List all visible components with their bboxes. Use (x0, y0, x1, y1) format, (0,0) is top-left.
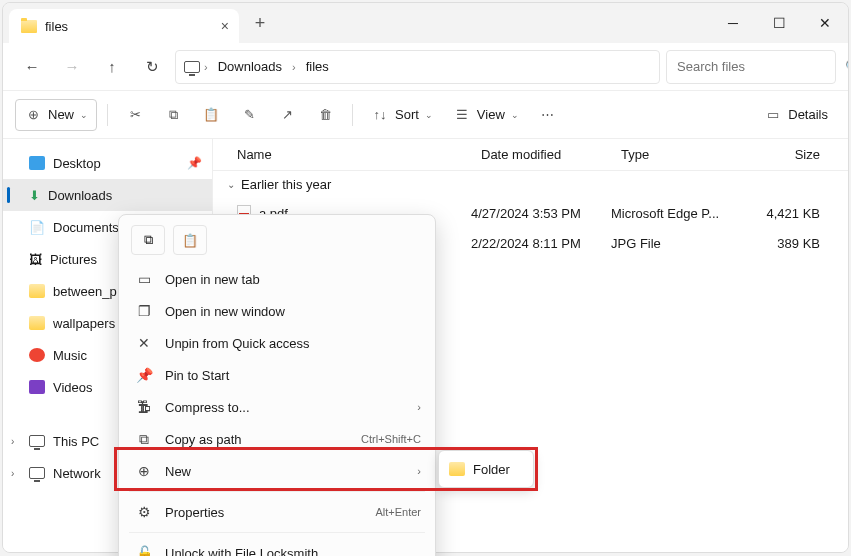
sidebar-label: Music (53, 348, 87, 363)
rename-button[interactable]: ✎ (232, 99, 266, 131)
chevron-right-icon: › (417, 465, 421, 477)
cut-icon: ✂ (126, 106, 144, 124)
chevron-right-icon[interactable]: › (11, 436, 14, 447)
sort-icon: ↑↓ (371, 106, 389, 124)
breadcrumb-downloads[interactable]: Downloads (212, 57, 288, 76)
chevron-right-icon: › (417, 401, 421, 413)
ctx-copy-as-path[interactable]: ⧉Copy as pathCtrl+Shift+C (119, 423, 435, 455)
view-label: View (477, 107, 505, 122)
ctx-properties[interactable]: ⚙PropertiesAlt+Enter (119, 496, 435, 528)
sidebar-label: Documents (53, 220, 119, 235)
ctx-label: Copy as path (165, 432, 242, 447)
tab-icon: ▭ (135, 271, 153, 287)
new-tab-button[interactable]: + (243, 13, 277, 34)
back-button[interactable]: ← (15, 50, 49, 84)
separator (129, 532, 425, 533)
details-icon: ▭ (764, 106, 782, 124)
unpin-icon: ✕ (135, 335, 153, 351)
copy-icon: ⧉ (144, 232, 153, 248)
chevron-right-icon[interactable]: › (11, 468, 14, 479)
ctx-label: Pin to Start (165, 368, 229, 383)
file-size: 389 KB (741, 236, 848, 251)
plus-circle-icon: ⊕ (135, 463, 153, 479)
ctx-pin-to-start[interactable]: 📌Pin to Start (119, 359, 435, 391)
copy-button[interactable]: ⧉ (156, 99, 190, 131)
view-icon: ☰ (453, 106, 471, 124)
sidebar-item-desktop[interactable]: Desktop📌 (3, 147, 212, 179)
chevron-down-icon: ⌄ (425, 110, 433, 120)
sidebar-label: Videos (53, 380, 93, 395)
search-input[interactable] (677, 59, 845, 74)
pin-icon: 📌 (187, 156, 202, 170)
minimize-button[interactable]: ─ (710, 3, 756, 43)
share-button[interactable]: ↗ (270, 99, 304, 131)
chevron-down-icon: ⌄ (227, 179, 235, 190)
breadcrumb[interactable]: › Downloads › files (175, 50, 660, 84)
chevron-down-icon: ⌄ (511, 110, 519, 120)
refresh-button[interactable]: ↻ (135, 50, 169, 84)
close-button[interactable]: ✕ (802, 3, 848, 43)
new-button[interactable]: ⊕ New ⌄ (15, 99, 97, 131)
sort-label: Sort (395, 107, 419, 122)
ctx-open-new-window[interactable]: ❐Open in new window (119, 295, 435, 327)
rename-icon: ✎ (240, 106, 258, 124)
ctx-unpin-quick-access[interactable]: ✕Unpin from Quick access (119, 327, 435, 359)
breadcrumb-files[interactable]: files (300, 57, 335, 76)
group-header[interactable]: ⌄Earlier this year (213, 171, 848, 198)
delete-button[interactable]: 🗑 (308, 99, 342, 131)
forward-button[interactable]: → (55, 50, 89, 84)
maximize-button[interactable]: ☐ (756, 3, 802, 43)
file-type: Microsoft Edge P... (611, 206, 741, 221)
sidebar-label: Desktop (53, 156, 101, 171)
sidebar-item-downloads[interactable]: ⬇Downloads (3, 179, 212, 211)
paste-button[interactable]: 📋 (194, 99, 228, 131)
view-button[interactable]: ☰ View ⌄ (445, 99, 527, 131)
plus-circle-icon: ⊕ (24, 106, 42, 124)
search-box[interactable]: 🔍 (666, 50, 836, 84)
tab-files[interactable]: files × (9, 9, 239, 43)
file-date: 4/27/2024 3:53 PM (471, 206, 611, 221)
shortcut: Alt+Enter (375, 506, 421, 518)
divider (107, 104, 108, 126)
toolbar: ⊕ New ⌄ ✂ ⧉ 📋 ✎ ↗ 🗑 ↑↓ Sort ⌄ ☰ View ⌄ ⋯… (3, 91, 848, 139)
sidebar-label: Network (53, 466, 101, 481)
details-button[interactable]: ▭ Details (756, 99, 836, 131)
up-button[interactable]: ↑ (95, 50, 129, 84)
address-bar: ← → ↑ ↻ › Downloads › files 🔍 (3, 43, 848, 91)
folder-icon (29, 316, 45, 330)
ctx-compress[interactable]: 🗜Compress to...› (119, 391, 435, 423)
col-size[interactable]: Size (741, 147, 848, 162)
sidebar-label: This PC (53, 434, 99, 449)
context-menu-top: ⧉ 📋 (119, 221, 435, 263)
sidebar-label: Downloads (48, 188, 112, 203)
trash-icon: 🗑 (316, 106, 334, 124)
lock-icon: 🔓 (135, 545, 153, 556)
col-type[interactable]: Type (611, 147, 741, 162)
compress-icon: 🗜 (135, 399, 153, 415)
cut-button[interactable]: ✂ (118, 99, 152, 131)
folder-icon (29, 284, 45, 298)
sidebar-label: wallpapers (53, 316, 115, 331)
music-icon (29, 348, 45, 362)
col-date[interactable]: Date modified (471, 147, 611, 162)
col-name[interactable]: Name (213, 147, 471, 162)
ctx-label: Properties (165, 505, 224, 520)
file-type: JPG File (611, 236, 741, 251)
share-icon: ↗ (278, 106, 296, 124)
video-icon (29, 380, 45, 394)
submenu-folder[interactable]: Folder (438, 450, 534, 488)
sort-button[interactable]: ↑↓ Sort ⌄ (363, 99, 441, 131)
folder-icon (449, 462, 465, 476)
ctx-paste-button[interactable]: 📋 (173, 225, 207, 255)
ctx-unlock-locksmith[interactable]: 🔓Unlock with File Locksmith (119, 537, 435, 556)
group-label: Earlier this year (241, 177, 331, 192)
pc-icon (29, 435, 45, 447)
ctx-copy-button[interactable]: ⧉ (131, 225, 165, 255)
pictures-icon: 🖼 (29, 252, 42, 267)
ctx-new[interactable]: ⊕New› (119, 455, 435, 487)
desktop-icon (29, 156, 45, 170)
more-icon: ⋯ (539, 106, 557, 124)
close-tab-icon[interactable]: × (221, 18, 229, 34)
ctx-open-new-tab[interactable]: ▭Open in new tab (119, 263, 435, 295)
more-button[interactable]: ⋯ (531, 99, 565, 131)
